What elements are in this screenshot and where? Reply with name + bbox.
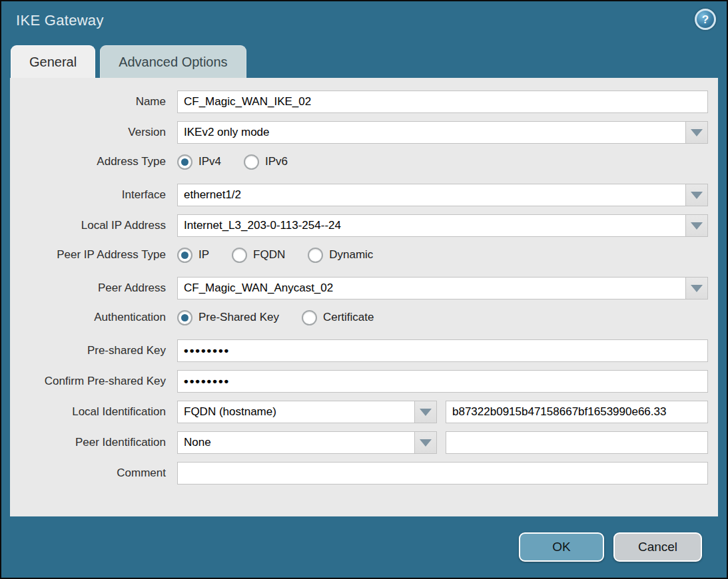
pre-shared-key-label: Pre-shared Key: [10, 344, 172, 357]
peer-identification-label: Peer Identification: [10, 436, 172, 449]
radio-ipv6[interactable]: IPv6: [244, 154, 288, 170]
radio-dynamic-label[interactable]: Dynamic: [329, 248, 373, 262]
peer-address-row: Peer Address: [10, 277, 708, 299]
local-identification-row: Local Identification: [10, 401, 708, 423]
peer-identification-type-select[interactable]: [177, 431, 415, 454]
radio-dynamic[interactable]: Dynamic: [308, 248, 373, 263]
interface-select[interactable]: [177, 184, 686, 206]
address-type-label: Address Type: [10, 155, 172, 168]
confirm-pre-shared-key-label: Confirm Pre-shared Key: [10, 375, 172, 388]
peer-identification-row: Peer Identification: [10, 431, 708, 454]
tab-advanced-options-label: Advanced Options: [119, 55, 227, 70]
interface-label: Interface: [10, 188, 172, 202]
local-identification-value-input[interactable]: [446, 401, 708, 423]
chevron-down-icon: [691, 285, 703, 292]
version-label: Version: [10, 126, 172, 139]
authentication-row: Authentication Pre-Shared Key Certificat…: [10, 307, 708, 327]
radio-ipv4-control[interactable]: [177, 154, 192, 170]
chevron-down-icon: [691, 192, 703, 199]
version-row: Version: [10, 121, 708, 144]
tab-general-label: General: [29, 55, 77, 70]
tab-bar: General Advanced Options: [11, 45, 246, 78]
peer-ip-type-row: Peer IP Address Type IP FQDN Dynamic: [10, 245, 708, 265]
radio-ipv4-label[interactable]: IPv4: [198, 155, 221, 168]
peer-ip-type-radio-group: IP FQDN Dynamic: [177, 248, 396, 263]
radio-ipv6-control[interactable]: [244, 154, 259, 170]
authentication-radio-group: Pre-Shared Key Certificate: [177, 310, 396, 325]
comment-input[interactable]: [177, 462, 708, 484]
comment-row: Comment: [10, 462, 708, 484]
chevron-down-icon: [420, 439, 432, 447]
name-label: Name: [10, 95, 172, 108]
local-identification-label: Local Identification: [10, 405, 172, 419]
confirm-pre-shared-key-row: Confirm Pre-shared Key: [10, 370, 708, 393]
dialog-title: IKE Gateway: [16, 12, 104, 29]
tab-general[interactable]: General: [11, 45, 95, 78]
ok-button[interactable]: OK: [519, 532, 604, 562]
title-bar: IKE Gateway ?: [1, 1, 727, 44]
radio-dynamic-control[interactable]: [308, 248, 323, 263]
pre-shared-key-input[interactable]: [177, 339, 708, 362]
local-identification-type-select[interactable]: [177, 401, 415, 423]
interface-dropdown-button[interactable]: [686, 184, 708, 206]
address-type-radio-group: IPv4 IPv6: [177, 154, 310, 170]
chevron-down-icon: [420, 409, 432, 416]
ike-gateway-dialog: IKE Gateway ? General Advanced Options N…: [0, 0, 728, 579]
local-ip-select[interactable]: [177, 214, 686, 237]
radio-certificate-control[interactable]: [302, 310, 317, 325]
radio-pre-shared-key-control[interactable]: [177, 310, 192, 325]
local-ip-dropdown-button[interactable]: [686, 214, 708, 237]
peer-identification-value-input[interactable]: [446, 431, 708, 454]
comment-label: Comment: [10, 467, 172, 480]
peer-address-label: Peer Address: [10, 282, 172, 295]
footer-bar: OK Cancel: [1, 516, 727, 578]
version-dropdown-button[interactable]: [686, 121, 708, 144]
chevron-down-icon: [691, 129, 703, 136]
peer-identification-dropdown-button[interactable]: [415, 431, 437, 454]
radio-certificate[interactable]: Certificate: [302, 310, 374, 325]
confirm-pre-shared-key-input[interactable]: [177, 370, 708, 393]
radio-fqdn[interactable]: FQDN: [232, 248, 285, 263]
help-button[interactable]: ?: [695, 9, 716, 30]
pre-shared-key-row: Pre-shared Key: [10, 339, 708, 362]
tab-advanced-options[interactable]: Advanced Options: [100, 45, 246, 78]
radio-certificate-label[interactable]: Certificate: [323, 311, 374, 324]
local-identification-dropdown-button[interactable]: [415, 401, 437, 423]
authentication-label: Authentication: [10, 311, 172, 324]
radio-fqdn-label[interactable]: FQDN: [253, 248, 285, 262]
radio-pre-shared-key-label[interactable]: Pre-Shared Key: [198, 311, 279, 324]
address-type-row: Address Type IPv4 IPv6: [10, 152, 708, 172]
radio-ipv6-label[interactable]: IPv6: [265, 155, 288, 168]
peer-address-select[interactable]: [177, 277, 686, 299]
local-ip-label: Local IP Address: [10, 219, 172, 232]
general-tab-panel: Name Version Address Type: [10, 78, 718, 516]
name-row: Name: [10, 91, 708, 113]
interface-row: Interface: [10, 184, 708, 206]
radio-fqdn-control[interactable]: [232, 248, 247, 263]
peer-ip-type-label: Peer IP Address Type: [10, 248, 172, 262]
peer-address-dropdown-button[interactable]: [686, 277, 708, 299]
version-select[interactable]: [177, 121, 686, 144]
name-input[interactable]: [177, 91, 708, 113]
radio-pre-shared-key[interactable]: Pre-Shared Key: [177, 310, 279, 325]
radio-ip-label[interactable]: IP: [198, 248, 209, 262]
question-mark-icon: ?: [702, 14, 709, 25]
radio-ip[interactable]: IP: [177, 248, 209, 263]
radio-ip-control[interactable]: [177, 248, 192, 263]
chevron-down-icon: [691, 222, 703, 230]
radio-ipv4[interactable]: IPv4: [177, 154, 221, 170]
local-ip-row: Local IP Address: [10, 214, 708, 237]
cancel-button[interactable]: Cancel: [613, 532, 702, 562]
